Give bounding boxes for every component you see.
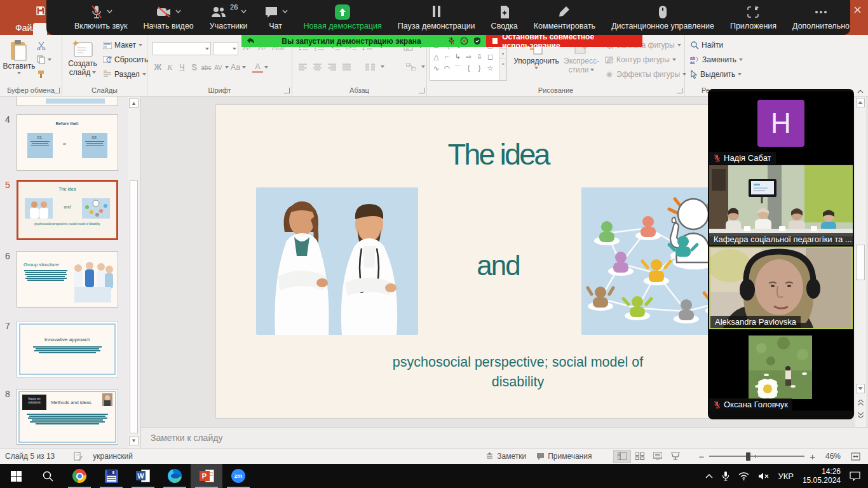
start-video-button[interactable]: Начать видео — [143, 4, 193, 30]
change-case-button[interactable]: Aa — [230, 62, 241, 73]
taskbar-word-icon[interactable]: W — [127, 464, 159, 488]
participant-tile-kafedra[interactable]: Кафедра соціальної педагогіки та ... — [709, 165, 853, 245]
tray-show-hidden-icon[interactable] — [705, 473, 713, 478]
underline-button[interactable]: Ч — [177, 62, 187, 73]
reading-view-button[interactable] — [649, 450, 667, 463]
chat-button[interactable]: Чат — [264, 4, 288, 30]
spelling-icon[interactable] — [69, 449, 88, 464]
summary-button[interactable]: Сводка — [491, 4, 518, 30]
shape-outline-button[interactable]: Контур фигуры — [605, 55, 676, 64]
annotate-button[interactable]: Комментировать — [534, 4, 595, 30]
normal-view-button[interactable] — [613, 450, 631, 463]
slide-caption[interactable]: psychosocial perspective; social model o… — [340, 353, 696, 392]
chevron-down-icon[interactable] — [175, 10, 181, 13]
taskbar-zoom-icon[interactable]: zm — [222, 464, 254, 488]
save-icon[interactable] — [34, 4, 47, 17]
shape-star[interactable]: ☆ — [485, 62, 496, 74]
font-size-select[interactable] — [213, 42, 238, 55]
strikethrough-button[interactable]: abc — [201, 62, 212, 73]
scroll-down-button[interactable] — [856, 384, 865, 393]
remote-control-button[interactable]: Дистанционное управление — [611, 4, 714, 30]
scroll-thumb[interactable] — [856, 245, 865, 280]
char-spacing-button[interactable]: AV — [213, 62, 224, 73]
participant-tile-aleksandra-active-speaker[interactable]: Aleksandra Pavlovska — [709, 247, 853, 329]
find-button[interactable]: Найти — [690, 41, 723, 50]
taskbar-floppy-app-icon[interactable] — [95, 464, 127, 488]
align-right-button[interactable] — [328, 64, 337, 71]
section-button[interactable]: Раздел — [103, 70, 146, 79]
thumbnail-slide-8[interactable]: focus on solutions Methods and ideas — [17, 389, 118, 445]
thumb-scroll-down-button[interactable]: ▼ — [129, 436, 139, 445]
font-color-button[interactable]: А — [252, 62, 263, 73]
participants-button[interactable]: 26 Участники — [210, 4, 248, 30]
more-button[interactable]: Дополнительно — [792, 4, 850, 30]
close-window-button[interactable] — [849, 3, 865, 17]
font-dialog-launcher[interactable] — [284, 88, 290, 93]
thumbnail-slide-5-selected[interactable]: The idea and psychosocial perspectives; … — [17, 180, 118, 240]
layout-button[interactable]: Макет — [103, 41, 142, 50]
shape-effects-button[interactable]: Эффекты фигуры — [605, 70, 686, 79]
select-button[interactable]: Выделить — [690, 70, 742, 79]
paragraph-dialog-launcher[interactable] — [419, 88, 424, 93]
participant-tile-oksana[interactable]: Оксана Головчук — [709, 330, 853, 410]
thumbnail-scrollbar[interactable]: ▲ ▼ — [128, 97, 140, 448]
apps-button[interactable]: Приложения — [730, 4, 776, 30]
shape-triangle[interactable]: △ — [431, 51, 442, 62]
copy-button[interactable] — [37, 55, 51, 64]
thumbnail-slide-7[interactable]: Innovative approach — [17, 321, 118, 377]
thumbnail-slide-3-partial[interactable] — [17, 97, 118, 106]
taskbar-chrome-icon[interactable] — [64, 464, 95, 488]
shape-elbow-arrow[interactable]: ↳ — [452, 51, 463, 62]
scroll-up-button[interactable] — [856, 98, 865, 107]
shape-curve[interactable]: ⌒ — [452, 62, 463, 74]
language-indicator[interactable]: украинский — [88, 449, 138, 464]
tray-wifi-icon[interactable] — [738, 472, 749, 480]
drawing-dialog-launcher[interactable] — [677, 88, 682, 93]
comments-toggle[interactable]: Примечания — [531, 449, 597, 464]
smartart-convert-button[interactable] — [406, 63, 416, 71]
slide-title[interactable]: The idea — [216, 137, 780, 172]
shape-right-arrow[interactable]: ⇨ — [463, 51, 474, 62]
shape-brace-left[interactable]: { — [463, 62, 474, 74]
zoom-in-button[interactable]: + — [804, 449, 820, 464]
notes-toggle[interactable]: Заметки — [480, 449, 531, 464]
new-slide-button[interactable]: Создать слайд — [66, 40, 99, 77]
zoom-out-button[interactable]: − — [693, 449, 709, 464]
chevron-down-icon[interactable] — [282, 10, 288, 13]
chevron-down-icon[interactable] — [107, 10, 112, 13]
shape-callout[interactable]: ◻ — [485, 51, 496, 62]
justify-button[interactable] — [342, 64, 351, 71]
tray-clock[interactable]: 14:26 15.05.2024 — [803, 467, 841, 485]
pause-share-button[interactable]: Пауза демонстрации — [398, 4, 475, 30]
unmute-button[interactable]: Включить звук — [74, 4, 127, 30]
new-share-button[interactable]: Новая демонстрация — [304, 4, 382, 30]
zoom-level[interactable]: 46% — [820, 449, 846, 464]
clipboard-dialog-launcher[interactable] — [54, 88, 60, 93]
text-shadow-button[interactable]: S — [189, 62, 200, 73]
tray-action-center-icon[interactable] — [850, 471, 860, 481]
taskbar-powerpoint-icon[interactable]: P — [191, 464, 222, 488]
slide-sorter-view-button[interactable] — [631, 450, 649, 463]
thumbnail-slide-6[interactable]: Group structure — [17, 251, 118, 308]
zoom-slider[interactable] — [709, 450, 804, 463]
shape-scribble[interactable]: ∿ — [431, 62, 442, 74]
notes-pane[interactable]: Заметки к слайду — [141, 427, 868, 448]
slide-number-indicator[interactable]: Слайд 5 из 13 — [0, 449, 60, 464]
taskbar-search-button[interactable] — [32, 464, 64, 488]
shape-down-arrow[interactable]: ⇩ — [474, 51, 485, 62]
tab-home-edge[interactable] — [33, 23, 47, 35]
thumb-scroll-up-button[interactable]: ▲ — [129, 98, 139, 108]
font-name-select[interactable] — [153, 42, 211, 55]
next-slide-button[interactable] — [856, 410, 865, 420]
chevron-down-icon[interactable] — [241, 10, 247, 13]
slideshow-view-button[interactable] — [667, 450, 684, 463]
thumbnail-slide-4[interactable]: Before that: 01. or 02. — [17, 114, 118, 171]
start-button[interactable] — [0, 464, 32, 488]
zoom-slider-thumb[interactable] — [746, 452, 750, 461]
format-painter-button[interactable] — [37, 70, 45, 79]
shape-elbow[interactable]: ⌐ — [442, 51, 452, 62]
align-center-button[interactable] — [313, 64, 322, 71]
align-left-button[interactable] — [299, 64, 308, 71]
tray-language-indicator[interactable]: УКР — [778, 471, 794, 481]
slide-editing-area[interactable]: The idea — [216, 105, 780, 418]
